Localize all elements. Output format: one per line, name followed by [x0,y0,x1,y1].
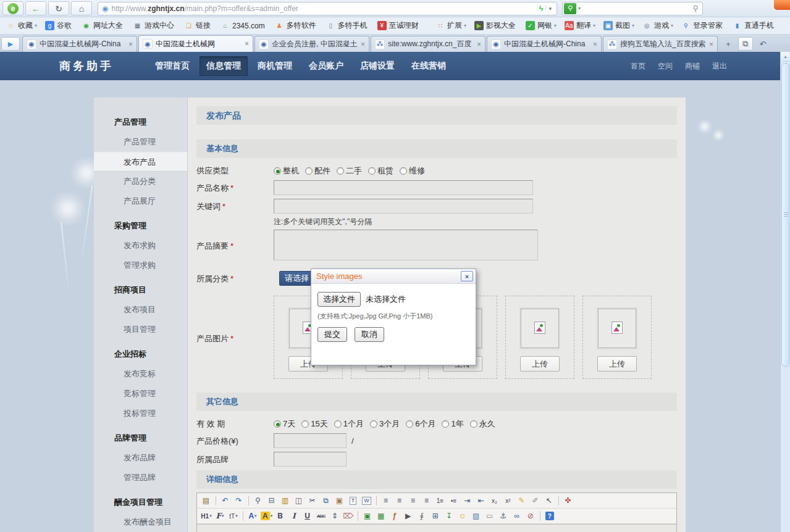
editor-toolbar-button[interactable] [248,496,249,505]
editor-toolbar-button-insert-media[interactable]: ▧ [470,510,482,522]
quick-link[interactable]: 商铺 [685,61,700,72]
validity-radio[interactable]: 3个月 [370,418,400,430]
supply-type-radio[interactable]: 维修 [400,165,425,177]
toolbar-extension-item[interactable]: ▮ 直通手机 [733,20,776,31]
tab-close-icon[interactable]: × [128,40,133,49]
toolbar-extension-item[interactable]: ✓ 网银 ▾ [526,20,557,31]
home-button[interactable]: ⌂ [71,1,92,15]
toolbar-extension-item[interactable]: ◎ 游戏 ▾ [642,20,673,31]
bookmark-item[interactable]: ◉ 网址大全 [82,20,125,31]
tab-list-button[interactable]: ⧉ [738,37,753,51]
search-go-icon[interactable]: ⚲ [689,4,702,13]
validity-radio[interactable]: 15天 [301,418,327,430]
editor-toolbar-button-snippet[interactable]: ◫ [293,494,305,507]
dialog-title-bar[interactable]: Style images × [311,269,476,284]
editor-toolbar-button-bold[interactable]: B [274,510,287,522]
sidebar-entry[interactable]: 酬金项目管理 [94,493,187,512]
browser-tab[interactable]: ◉ 中国混凝土机械网 × [138,35,253,52]
sidebar-entry[interactable]: 发布酬金项目 [94,512,187,532]
bookmark-item[interactable]: ♟ 多特软件 [275,20,318,31]
sidebar-entry[interactable]: 投标管理 [94,404,187,423]
search-engine-icon[interactable]: ⚲ [564,3,576,14]
scrollbar-up-icon[interactable]: ▲ [781,52,790,62]
editor-toolbar-button-align-right[interactable]: ≡ [407,494,419,507]
editor-toolbar-button-line-height[interactable]: ⇕ [329,510,341,522]
editor-toolbar-button-flash[interactable]: ƒ [389,510,401,522]
toolbar-extension-item[interactable]: ▶ 影视大全 [474,20,518,31]
editor-toolbar-button-link[interactable]: ∞ [511,510,523,522]
page-scrollbar[interactable]: ▲ [780,52,790,532]
editor-toolbar-button-fullscreen[interactable]: ✜ [562,494,574,507]
category-select-button[interactable]: 请选择 [279,271,314,286]
admin-menu-item[interactable]: 在线营销 [405,56,453,76]
sidebar-entry[interactable]: 发布产品 [94,152,187,172]
editor-toolbar-button-unlink[interactable]: ⊘ [524,510,537,522]
brand-input[interactable] [274,452,347,467]
search-input[interactable] [582,3,689,14]
upload-button[interactable]: 上传 [597,356,637,372]
editor-toolbar-button-emoticon[interactable]: ☺ [456,510,469,522]
sidebar-entry[interactable]: 招商项目 [94,280,187,300]
sidebar-entry[interactable]: 发布竞标 [94,364,187,384]
editor-toolbar-button-select-all[interactable]: ↖ [543,494,555,507]
summary-textarea[interactable] [274,230,538,260]
bookmark-item[interactable]: ⌂ 2345.com [221,21,267,30]
editor-toolbar-button-attachment[interactable]: ∮ [416,510,428,522]
browser-tab[interactable]: ◉ 中国混凝土机械网-China × [487,36,602,52]
supply-type-radio[interactable]: 租赁 [368,165,393,177]
validity-radio[interactable]: 6个月 [406,418,435,430]
cancel-button[interactable]: 取消 [355,327,384,342]
admin-menu-item[interactable]: 管理首页 [148,56,196,76]
tab-close-icon[interactable]: × [593,40,597,49]
editor-toolbar-button[interactable] [243,511,243,521]
editor-toolbar-button-print[interactable]: ⊟ [266,494,278,507]
new-tab-button[interactable]: + [721,37,736,51]
sidebar-entry[interactable]: 发布求购 [94,236,187,256]
editor-toolbar-button-indent[interactable]: ⇥ [461,494,474,507]
editor-toolbar-button-heading[interactable]: H1▾ [200,510,212,522]
editor-toolbar-button-align-left[interactable]: ≡ [380,494,392,507]
editor-toolbar-button-justify[interactable]: ≡ [421,494,433,507]
bookmark-item[interactable]: ☆ 收藏 ▾ [6,20,37,31]
toolbar-extension-item[interactable]: ⚲ 登录管家 [681,20,725,31]
admin-menu-item[interactable]: 信息管理 [200,56,248,76]
editor-toolbar-button-clean-format[interactable]: ✐ [529,494,542,507]
editor-toolbar-button-ordered-list[interactable]: 1≡ [434,494,447,507]
editor-toolbar-button-source[interactable]: ▤ [200,494,212,507]
supply-type-radio[interactable]: 整机 [274,165,299,177]
sidebar-entry[interactable]: 竞标管理 [94,384,187,404]
sidebar-entry[interactable]: 管理求购 [94,256,187,275]
editor-toolbar-button[interactable] [376,496,377,505]
editor-toolbar-button-page-break[interactable]: ▭ [484,510,496,522]
sidebar-entry[interactable]: 项目管理 [94,320,187,339]
editor-toolbar-button-video[interactable]: ▶ [402,510,414,522]
scrollbar-thumb[interactable] [781,63,789,367]
editor-toolbar-button-bullet-list[interactable]: •≡ [448,494,460,507]
editor-toolbar-button-italic[interactable]: I [288,510,300,522]
price-input[interactable] [274,433,347,448]
editor-toolbar-button-horizontal-rule[interactable]: ↧ [443,510,455,522]
tab-close-icon[interactable]: × [477,40,481,49]
sidebar-entry[interactable]: 发布项目 [94,300,187,320]
editor-toolbar-button-template[interactable]: ▥ [279,494,292,507]
back-button[interactable]: ← [25,1,46,15]
toolbar-extension-item[interactable]: ∷ 扩展 ▾ [435,20,466,31]
editor-toolbar-button-redo[interactable]: ↷ [233,494,245,507]
editor-toolbar-button-align-center[interactable]: ≡ [393,494,406,507]
editor-toolbar-button-underline[interactable]: U [301,510,314,522]
browser-tab[interactable]: ⁂ site:www.zghntjx.cn_百度 × [371,36,485,52]
validity-radio[interactable]: 1个月 [334,418,364,430]
search-engine-caret-icon[interactable]: ▾ [576,6,582,11]
admin-menu-item[interactable]: 会员账户 [302,56,350,76]
bookmark-item[interactable]: ❏ 链接 [184,20,212,31]
validity-radio[interactable]: 7天 [274,418,295,430]
browser-logo-button[interactable]: e [2,1,23,15]
keyword-input[interactable] [274,199,533,214]
tab-sidebar-toggle[interactable]: ▶ [1,37,20,51]
validity-radio[interactable]: 1年 [442,418,463,430]
editor-toolbar-button-remove-format[interactable]: ⌦ [342,510,355,522]
editor-toolbar-button-paste-word[interactable]: W [361,494,373,507]
editor-toolbar-button[interactable] [558,496,559,505]
toolbar-extension-item[interactable]: Aa 翻译 ▾ [565,20,595,31]
editor-toolbar-button-paste-text[interactable]: T [347,494,359,507]
